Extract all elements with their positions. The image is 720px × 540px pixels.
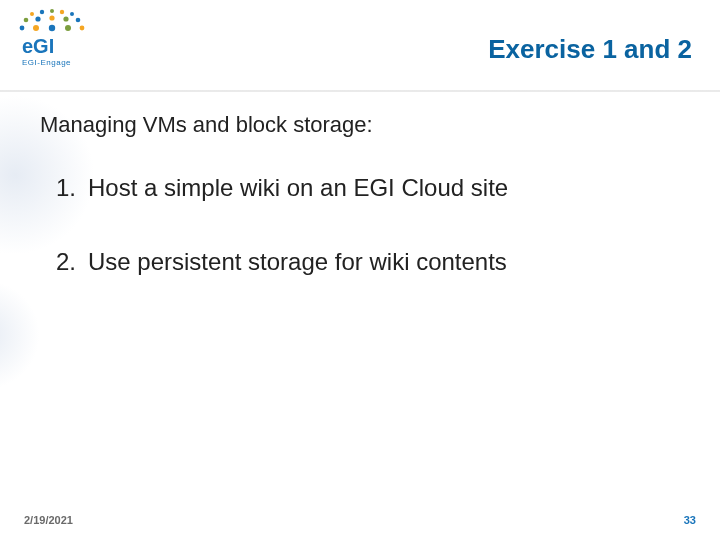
svg-point-13 [65,25,71,31]
svg-point-9 [76,18,81,23]
svg-point-14 [80,26,85,31]
list-item: Use persistent storage for wiki contents [62,248,690,276]
header-divider [0,90,720,92]
svg-point-11 [33,25,39,31]
svg-point-1 [40,10,44,14]
svg-point-0 [30,12,34,16]
svg-point-7 [49,15,54,20]
svg-point-3 [60,10,64,14]
svg-point-5 [24,18,29,23]
footer-date: 2/19/2021 [24,514,73,526]
svg-point-4 [70,12,74,16]
exercise-list: Host a simple wiki on an EGI Cloud site … [40,174,690,276]
svg-point-2 [50,9,54,13]
lead-text: Managing VMs and block storage: [40,112,690,138]
slide-title: Exercise 1 and 2 [488,34,692,65]
header: eGI EGI-Engage Exercise 1 and 2 [0,8,720,70]
slide: eGI EGI-Engage Exercise 1 and 2 Managing… [0,0,720,540]
svg-point-8 [63,16,68,21]
svg-point-6 [35,16,40,21]
decorative-halo [0,280,40,390]
slide-body: Managing VMs and block storage: Host a s… [40,112,690,322]
egi-logo: eGI EGI-Engage [14,8,92,70]
logo-subbrand-text: EGI-Engage [22,58,71,67]
footer: 2/19/2021 33 [24,514,696,526]
list-item: Host a simple wiki on an EGI Cloud site [62,174,690,202]
page-number: 33 [684,514,696,526]
svg-point-12 [49,25,55,31]
svg-point-10 [20,26,25,31]
egi-logo-icon: eGI EGI-Engage [14,8,92,70]
logo-brand-text: eGI [22,35,54,57]
